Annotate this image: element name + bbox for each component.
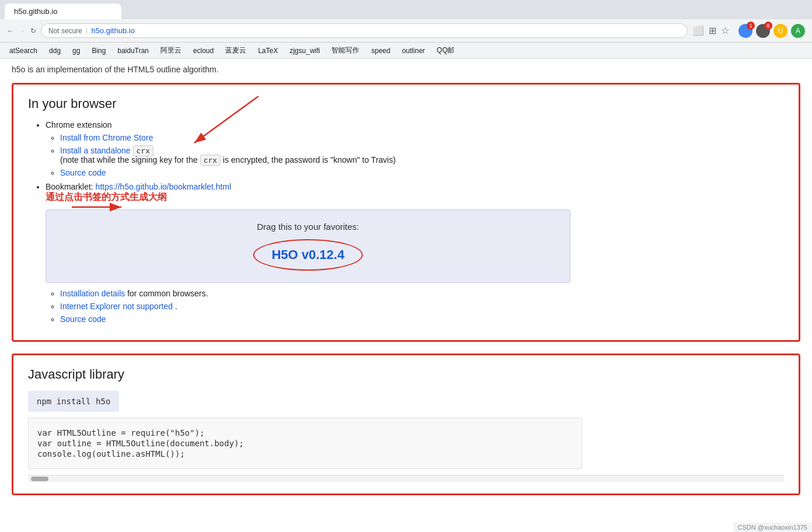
bookmark-ai-writing[interactable]: 智能写作 (327, 44, 364, 57)
nav-forward[interactable]: → (19, 27, 26, 35)
bookmarklet-item: Bookmarklet: https://h5o.github.io/bookm… (46, 182, 784, 324)
bookmark-ecloud[interactable]: ecloud (188, 46, 218, 56)
bookmarklet-label: Bookmarklet: (46, 182, 93, 191)
code-line-3: console.log(outline.asHTML()); (37, 449, 573, 459)
code-line-2: var outline = HTML5Outline(document.body… (37, 439, 573, 448)
bookmarklet-url-link[interactable]: https://h5o.github.io/bookmarklet.html (96, 182, 232, 191)
installation-details-text: for common browsers. (127, 289, 208, 298)
bookmarklet-name-link[interactable]: H5O v0.12.4 (272, 247, 345, 262)
source-code-link-2[interactable]: Source code (60, 314, 106, 324)
chinese-annotation: 通过点击书签的方式生成大纲 (46, 192, 167, 202)
browser-section-title: In your browser (28, 96, 784, 111)
ie-not-supported-link[interactable]: Internet Explorer not supported (60, 302, 173, 311)
code-block-main: var HTML5Outline = require("h5o"); var o… (28, 418, 582, 469)
bookmark-qqmail[interactable]: QQ邮 (432, 44, 460, 57)
bookmark-outliner[interactable]: outliner (397, 46, 429, 56)
bookmark-zjgsu[interactable]: zjgsu_wifi (285, 46, 324, 56)
cast-icon[interactable]: ⬜ (692, 25, 704, 36)
nav-back[interactable]: ← (7, 27, 14, 35)
npm-command-text: npm install h5o (37, 397, 110, 406)
bookmark-ddg[interactable]: ddg (44, 46, 65, 56)
npm-command-block: npm install h5o (28, 391, 119, 412)
horizontal-scrollbar[interactable] (28, 475, 784, 482)
chrome-extension-label: Chrome extension (46, 120, 112, 130)
install-standalone-text: Install a standalone (60, 146, 131, 155)
active-tab[interactable]: h5o.github.io (5, 4, 121, 19)
source-code-item-2: Source code (60, 314, 784, 324)
tab-search-icon[interactable]: ⊞ (709, 25, 716, 36)
user-avatar[interactable]: U (774, 24, 788, 38)
install-standalone-link[interactable]: Install a standalone (60, 146, 133, 155)
source-code-item-1: Source code (60, 168, 784, 177)
code-line-1: var HTML5Outline = require("h5o"); (37, 428, 573, 438)
chrome-extension-sublist: Install from Chrome Store Install a stan… (46, 133, 784, 177)
chrome-extension-item: Chrome extension Install from Chrome Sto… (46, 120, 784, 177)
crx-code-2: crx (200, 155, 220, 166)
bookmark-atSearch[interactable]: atSearch (5, 46, 42, 56)
scroll-thumb[interactable] (31, 477, 48, 481)
installation-details-item: Installation details for common browsers… (60, 289, 784, 298)
js-section-title: Javascript library (28, 367, 784, 382)
install-chrome-store-link[interactable]: Install from Chrome Store (60, 133, 153, 142)
bookmark-aliyun[interactable]: 阿里云 (156, 44, 186, 57)
account-icon[interactable]: A (791, 24, 805, 38)
js-section: Javascript library npm install h5o var H… (12, 354, 800, 495)
ie-not-supported-text: . (175, 302, 177, 311)
bookmark-lanmaiyun[interactable]: 蓝麦云 (220, 44, 251, 57)
note-text: (note that while the signing key for the… (60, 155, 396, 164)
ie-not-supported-item: Internet Explorer not supported . (60, 302, 784, 311)
browser-section: In your browser Chrome extension Install… (12, 83, 800, 342)
not-secure-label: Not secure (48, 27, 82, 35)
browser-list: Chrome extension Install from Chrome Sto… (28, 120, 784, 324)
bookmarklet-drag-box: Drag this to your favorites: H5O v0.12.4 (46, 209, 570, 283)
url-text: h5o.github.io (91, 26, 134, 35)
drag-text: Drag this to your favorites: (58, 222, 558, 232)
bookmark-bing[interactable]: Bing (87, 46, 110, 56)
nav-reload[interactable]: ↻ (30, 27, 36, 35)
profile-icon[interactable]: 1 (738, 24, 752, 38)
install-standalone-item: Install a standalone crx (note that whil… (60, 146, 784, 164)
bookmark-speed[interactable]: speed (366, 46, 395, 56)
install-chrome-store-item: Install from Chrome Store (60, 133, 784, 142)
source-code-link-1[interactable]: Source code (60, 168, 106, 177)
bookmark-baiduTran[interactable]: baiduTran (113, 46, 153, 56)
bookmark-gg[interactable]: gg (68, 46, 85, 56)
extensions-icon[interactable]: 6 (756, 24, 770, 38)
bookmarklet-oval[interactable]: H5O v0.12.4 (253, 239, 363, 271)
bookmark-star-icon[interactable]: ☆ (721, 25, 729, 36)
bookmark-latex[interactable]: LaTeX (253, 46, 282, 56)
bookmarklet-sublist: Installation details for common browsers… (46, 289, 784, 324)
tab-label: h5o.github.io (14, 7, 57, 16)
installation-details-link[interactable]: Installation details (60, 289, 125, 298)
address-bar[interactable]: Not secure | h5o.github.io (41, 23, 688, 38)
intro-text: h5o is an implementation of the HTML5 ou… (12, 59, 800, 83)
